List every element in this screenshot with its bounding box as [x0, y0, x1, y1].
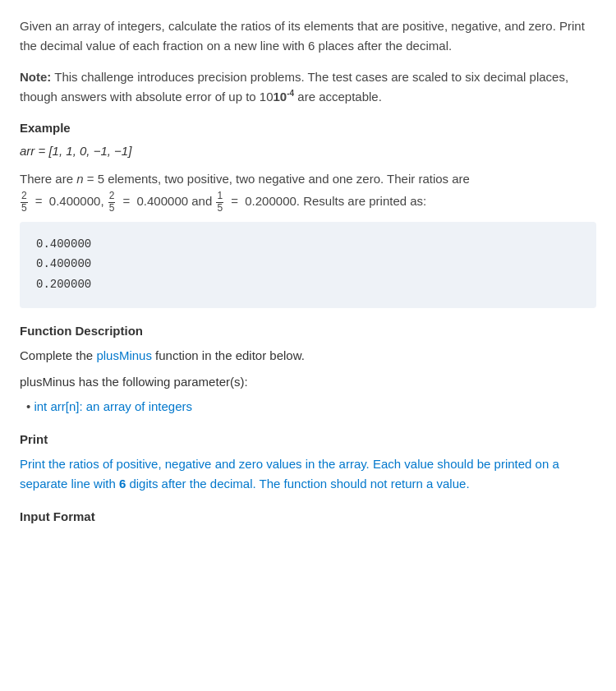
- code-output-block: 0.400000 0.400000 0.200000: [20, 222, 596, 308]
- results-text: . Results are printed as:: [297, 194, 426, 208]
- fraction-3: 1 5: [216, 191, 223, 213]
- equals-5-text: = 5 elements, two positive, two negative…: [84, 172, 470, 186]
- fraction-2: 2 5: [108, 191, 116, 213]
- intro-paragraph: Given an array of integers, calculate th…: [20, 16, 596, 56]
- val-2: 0.400000: [137, 194, 189, 208]
- print-text: Print the ratios of positive, negative a…: [20, 454, 596, 494]
- param-item-1: int arr[n]: an array of integers: [26, 397, 596, 417]
- print-text-2: digits after the decimal. The function s…: [126, 477, 469, 491]
- example-heading: Example: [20, 118, 596, 138]
- param-list: int arr[n]: an array of integers: [26, 397, 596, 417]
- ratios-intro-text: There are: [20, 172, 76, 186]
- fraction-3-num: 1: [216, 191, 223, 202]
- note-text2: are acceptable.: [294, 90, 382, 104]
- print-section: Print Print the ratios of positive, nega…: [20, 430, 596, 494]
- function-desc-text: Complete the plusMinus function in the e…: [20, 346, 596, 366]
- val-3: 0.200000: [245, 194, 297, 208]
- val-1: 0.400000: [49, 194, 101, 208]
- function-desc-heading: Function Description: [20, 321, 596, 341]
- params-intro-text: plusMinus has the following parameter(s)…: [20, 372, 596, 392]
- equals-1: =: [35, 194, 43, 208]
- param-text-1: int arr[n]: an array of integers: [34, 399, 192, 413]
- fraction-1-num: 2: [21, 191, 28, 202]
- fraction-2-den: 5: [108, 203, 116, 214]
- equals-2: =: [123, 194, 131, 208]
- arr-value: = [1, 1, 0, −1, −1]: [39, 144, 132, 158]
- print-bold-6: 6: [119, 477, 126, 491]
- note-10: 10-4: [274, 90, 295, 104]
- example-section: Example arr = [1, 1, 0, −1, −1] There ar…: [20, 118, 596, 308]
- equals-3: =: [231, 194, 238, 208]
- note-paragraph: Note: This challenge introduces precisio…: [20, 67, 596, 107]
- code-line-1: 0.400000: [36, 235, 580, 253]
- code-line-3: 0.200000: [36, 275, 580, 293]
- function-desc-section: Function Description Complete the plusMi…: [20, 321, 596, 417]
- plus-minus-link[interactable]: plusMinus: [96, 348, 152, 362]
- note-exponent: -4: [287, 89, 294, 98]
- fraction-3-den: 5: [216, 203, 223, 214]
- n-variable: n: [76, 172, 83, 186]
- ratios-line: There are n = 5 elements, two positive, …: [20, 168, 596, 214]
- code-line-2: 0.400000: [36, 255, 580, 273]
- print-heading: Print: [20, 430, 596, 449]
- fraction-1: 2 5: [21, 191, 28, 213]
- fraction-1-den: 5: [21, 203, 28, 214]
- arr-line: arr = [1, 1, 0, −1, −1]: [20, 141, 596, 161]
- note-label: Note:: [20, 70, 51, 84]
- arr-variable: arr: [20, 144, 34, 158]
- fraction-2-num: 2: [108, 191, 116, 202]
- input-format-section: Input Format: [20, 507, 596, 527]
- input-format-heading: Input Format: [20, 507, 596, 527]
- intro-text: Given an array of integers, calculate th…: [20, 19, 585, 53]
